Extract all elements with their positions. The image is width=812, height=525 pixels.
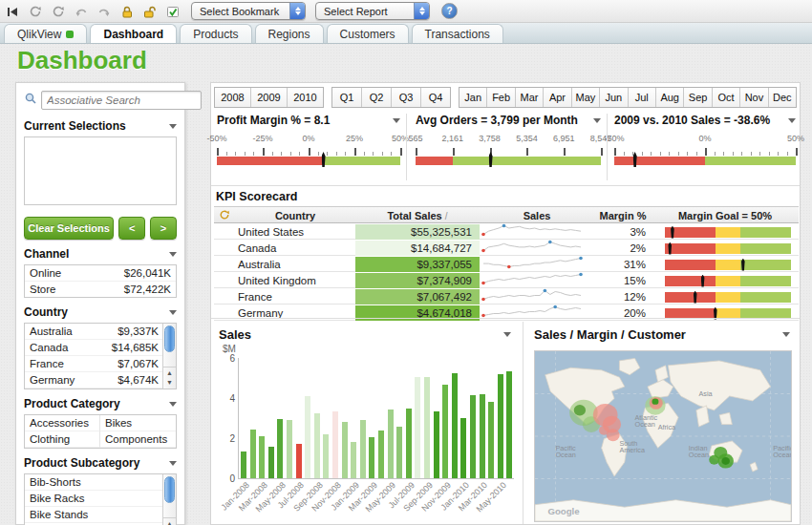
- bar-jan-2010[interactable]: [460, 418, 466, 478]
- associative-search-input[interactable]: [41, 91, 202, 110]
- bar-feb-2010[interactable]: [470, 395, 476, 478]
- tab-customers[interactable]: Customers: [327, 24, 409, 43]
- bar-jun-2010[interactable]: [506, 371, 512, 478]
- bar-aug-2008[interactable]: [305, 396, 310, 478]
- refresh-forward-icon[interactable]: [50, 3, 67, 20]
- map-bubble[interactable]: [574, 405, 586, 415]
- bar-apr-2010[interactable]: [488, 402, 494, 478]
- month-filter-mar[interactable]: Mar: [515, 88, 543, 107]
- list-item[interactable]: Germany$4,674K: [25, 372, 163, 388]
- bar-apr-2008[interactable]: [268, 447, 274, 478]
- list-item[interactable]: Canada$14,685K: [25, 340, 163, 356]
- map-bubble[interactable]: [721, 457, 730, 465]
- bar-nov-2008[interactable]: [332, 411, 338, 478]
- scrollbar-thumb[interactable]: [164, 476, 175, 503]
- list-item[interactable]: Australia$9,337K: [25, 324, 163, 340]
- month-filter-jan[interactable]: Jan: [459, 88, 486, 107]
- quarter-filter-q3[interactable]: Q3: [391, 88, 420, 107]
- panel-menu-caret-icon[interactable]: [169, 310, 177, 315]
- refresh-icon[interactable]: [214, 207, 235, 224]
- map-bubble[interactable]: [709, 455, 719, 465]
- quarter-filter-q2[interactable]: Q2: [361, 88, 391, 107]
- month-filter-apr[interactable]: Apr: [543, 88, 570, 107]
- bar-nov-2009[interactable]: [442, 385, 448, 478]
- table-row[interactable]: France$7,067,49212%: [214, 288, 799, 304]
- bar-mar-2008[interactable]: [259, 436, 265, 478]
- bar-jan-2008[interactable]: [241, 452, 246, 478]
- scrollbar[interactable]: ▲▼: [162, 324, 176, 388]
- bookmark-select[interactable]: Select Bookmark: [191, 2, 306, 20]
- year-filter-2010[interactable]: 2010: [287, 88, 323, 107]
- bar-jun-2008[interactable]: [287, 420, 292, 478]
- list-item[interactable]: Bikes: [100, 415, 176, 431]
- clear-selections-button[interactable]: Clear Selections: [24, 217, 114, 240]
- bar-apr-2009[interactable]: [378, 430, 384, 478]
- bar-mar-2010[interactable]: [480, 394, 485, 478]
- go-to-start-icon[interactable]: [4, 3, 21, 20]
- back-button[interactable]: <: [118, 217, 145, 240]
- col-header-margin-goal[interactable]: Margin Goal = 50%: [652, 210, 799, 221]
- panel-menu-caret-icon[interactable]: [169, 252, 177, 257]
- bar-dec-2009[interactable]: [452, 373, 458, 478]
- panel-menu-caret-icon[interactable]: [169, 124, 177, 129]
- bar-jul-2009[interactable]: [406, 409, 412, 479]
- panel-menu-caret-icon[interactable]: [393, 118, 400, 123]
- table-row[interactable]: United States$55,325,5313%: [214, 223, 799, 240]
- panel-menu-caret-icon[interactable]: [782, 332, 790, 337]
- redo-icon[interactable]: [96, 3, 113, 20]
- month-filter-nov[interactable]: Nov: [739, 88, 767, 107]
- list-item[interactable]: Bike Racks: [25, 491, 163, 507]
- lock-icon[interactable]: [118, 3, 136, 20]
- bar-feb-2009[interactable]: [360, 420, 366, 478]
- scrollbar-thumb[interactable]: [164, 326, 175, 352]
- tab-products[interactable]: Products: [180, 24, 251, 43]
- forward-button[interactable]: >: [150, 217, 177, 240]
- tab-regions[interactable]: Regions: [255, 24, 324, 43]
- table-row[interactable]: United Kingdom$7,374,90915%: [214, 272, 799, 288]
- undo-icon[interactable]: [73, 3, 90, 20]
- report-select[interactable]: Select Report: [315, 2, 430, 20]
- list-item[interactable]: Store$72,422K: [25, 282, 176, 297]
- month-filter-aug[interactable]: Aug: [655, 88, 683, 107]
- quarter-filter-q1[interactable]: Q1: [332, 88, 361, 107]
- bar-oct-2008[interactable]: [323, 434, 329, 478]
- bar-may-2010[interactable]: [498, 374, 503, 478]
- month-filter-jul[interactable]: Jul: [628, 88, 655, 107]
- list-item[interactable]: Bib-Shorts: [25, 474, 163, 491]
- list-item[interactable]: Accessories: [25, 415, 100, 431]
- tab-qlikview-logo[interactable]: QlikView: [4, 24, 87, 43]
- year-filter-2009[interactable]: 2009: [250, 88, 287, 107]
- scroll-down-icon[interactable]: ▼: [163, 377, 176, 387]
- map-bubble[interactable]: [599, 426, 609, 435]
- scroll-up-icon[interactable]: ▲: [163, 368, 176, 377]
- bar-aug-2009[interactable]: [415, 377, 420, 478]
- list-item[interactable]: Online$26,041K: [25, 265, 176, 282]
- month-filter-may[interactable]: May: [571, 88, 599, 107]
- panel-menu-caret-icon[interactable]: [169, 402, 177, 407]
- month-filter-feb[interactable]: Feb: [486, 88, 514, 107]
- list-item[interactable]: Clothing: [25, 431, 100, 448]
- month-filter-oct[interactable]: Oct: [712, 88, 739, 107]
- refresh-back-icon[interactable]: [27, 3, 44, 20]
- list-item[interactable]: Bike Stands: [25, 507, 163, 523]
- col-header-country[interactable]: Country: [235, 210, 355, 221]
- bar-jul-2008[interactable]: [296, 444, 302, 478]
- table-row[interactable]: Canada$14,684,7272%: [214, 240, 799, 256]
- quarter-filter-q4[interactable]: Q4: [420, 88, 450, 107]
- tab-transactions[interactable]: Transactions: [412, 24, 503, 43]
- panel-menu-caret-icon[interactable]: [169, 461, 177, 466]
- col-header-total-sales[interactable]: Total Sales /: [355, 210, 480, 221]
- scroll-up-icon[interactable]: ▲: [163, 518, 176, 525]
- month-filter-jun[interactable]: Jun: [599, 88, 627, 107]
- month-filter-sep[interactable]: Sep: [683, 88, 711, 107]
- scrollbar[interactable]: ▲▼: [162, 474, 176, 525]
- bar-sep-2008[interactable]: [314, 413, 320, 478]
- col-header-margin[interactable]: Margin %: [594, 210, 652, 221]
- bar-may-2009[interactable]: [388, 410, 394, 478]
- panel-menu-caret-icon[interactable]: [593, 118, 601, 123]
- bar-sep-2009[interactable]: [424, 377, 430, 478]
- help-icon[interactable]: ?: [441, 3, 458, 19]
- panel-menu-caret-icon[interactable]: [503, 332, 511, 337]
- bar-mar-2009[interactable]: [369, 437, 374, 478]
- month-filter-dec[interactable]: Dec: [768, 88, 796, 107]
